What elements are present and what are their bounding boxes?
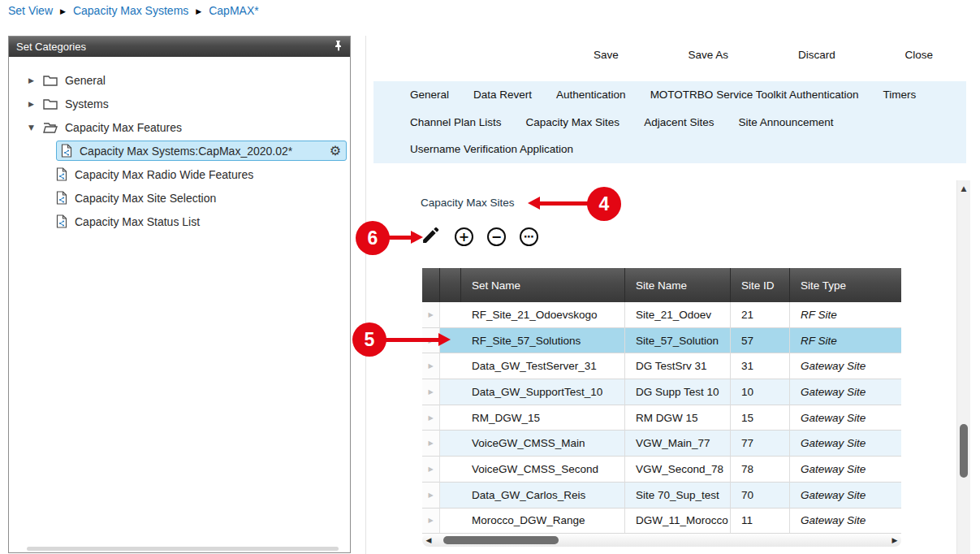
cell-site-id[interactable]: 57 bbox=[731, 328, 790, 354]
discard-button[interactable]: Discard bbox=[798, 49, 835, 61]
cell-set-name[interactable]: Data_GW_SupportTest_10 bbox=[461, 379, 625, 405]
cell-set-name[interactable]: VoiceGW_CMSS_Main bbox=[461, 431, 625, 457]
tab-data-revert[interactable]: Data Revert bbox=[473, 89, 532, 101]
page-vertical-scrollbar[interactable]: ▲ bbox=[956, 180, 970, 554]
cell-site-type[interactable]: Gateway Site bbox=[790, 457, 901, 483]
cell-site-type[interactable]: Gateway Site bbox=[790, 509, 901, 535]
cell-site-id[interactable]: 10 bbox=[731, 379, 790, 405]
cell-site-name[interactable]: Site_57_Solution bbox=[625, 328, 731, 354]
cell-site-name[interactable]: DG Supp Test 10 bbox=[625, 379, 731, 405]
row-indicator-cell[interactable]: ▶ bbox=[422, 483, 440, 509]
tree-selected-item[interactable]: Capacity Max Systems:CapMax_2020.02*⚙ bbox=[56, 141, 347, 161]
tab-site-announcement[interactable]: Site Announcement bbox=[738, 116, 833, 128]
cell-site-name[interactable]: RM DGW 15 bbox=[625, 405, 731, 431]
cell-set-name[interactable]: Morocco_DGW_Range bbox=[461, 509, 625, 535]
cell-site-id[interactable]: 11 bbox=[731, 509, 790, 535]
cell-site-id[interactable]: 70 bbox=[731, 483, 790, 509]
cell-site-id[interactable]: 77 bbox=[731, 431, 790, 457]
chevron-right-icon[interactable]: ▶ bbox=[28, 100, 43, 108]
tab-timers[interactable]: Timers bbox=[883, 89, 916, 101]
tree-item-capacity-max-systems-capmax-2020-02-[interactable]: Capacity Max Systems:CapMax_2020.02*⚙ bbox=[9, 139, 350, 162]
cell-site-name[interactable]: VGW_Main_77 bbox=[625, 431, 731, 457]
remove-site-button[interactable]: − bbox=[487, 227, 506, 246]
tab-username-verification-application[interactable]: Username Verification Application bbox=[410, 143, 573, 155]
table-row[interactable]: ▶Data_GW_Carlos_ReisSite 70_Sup_test70Ga… bbox=[422, 483, 901, 509]
cell-site-id[interactable]: 21 bbox=[731, 302, 790, 328]
tab-general[interactable]: General bbox=[410, 89, 449, 101]
horizontal-scrollbar-thumb[interactable] bbox=[443, 536, 559, 544]
scroll-up-icon[interactable]: ▲ bbox=[957, 184, 970, 193]
tree-item-general[interactable]: ▶General bbox=[9, 68, 350, 92]
tab-channel-plan-lists[interactable]: Channel Plan Lists bbox=[410, 116, 502, 128]
table-row[interactable]: ▶RM_DGW_15RM DGW 1515Gateway Site bbox=[422, 405, 901, 431]
column-header-site-type[interactable]: Site Type bbox=[790, 268, 901, 302]
row-indicator-cell[interactable]: ▶ bbox=[422, 405, 440, 431]
edit-pencil-icon[interactable] bbox=[421, 225, 441, 249]
cell-site-name[interactable]: VGW_Second_78 bbox=[625, 457, 731, 483]
cell-site-id[interactable]: 15 bbox=[731, 405, 790, 431]
cell-site-type[interactable]: RF Site bbox=[790, 328, 901, 354]
cell-site-name[interactable]: DG TestSrv 31 bbox=[625, 353, 731, 379]
tree-item-capacity-max-features[interactable]: ▼Capacity Max Features bbox=[9, 115, 350, 139]
cell-site-name[interactable]: DGW_11_Morocco bbox=[625, 509, 731, 535]
breadcrumb-item-0[interactable]: Set View bbox=[8, 4, 53, 17]
cell-site-id[interactable]: 31 bbox=[731, 353, 790, 379]
column-header-site-name[interactable]: Site Name bbox=[625, 268, 731, 302]
chevron-right-icon[interactable]: ▶ bbox=[28, 76, 43, 84]
add-site-button[interactable]: + bbox=[455, 227, 473, 246]
row-indicator-cell[interactable]: ▶ bbox=[422, 457, 440, 483]
table-row-selected[interactable]: ▶RF_Site_57_SolutionsSite_57_Solution57R… bbox=[422, 328, 901, 354]
table-row[interactable]: ▶Data_GW_TestServer_31DG TestSrv 3131Gat… bbox=[422, 353, 901, 379]
cell-site-name[interactable]: Site 70_Sup_test bbox=[625, 483, 731, 509]
cell-site-type[interactable]: Gateway Site bbox=[790, 379, 901, 405]
cell-site-name[interactable]: Site_21_Odoev bbox=[625, 302, 731, 328]
save-as-button[interactable]: Save As bbox=[689, 49, 729, 61]
vertical-scrollbar-thumb[interactable] bbox=[960, 424, 968, 478]
cell-site-type[interactable]: Gateway Site bbox=[790, 405, 901, 431]
scroll-left-icon[interactable]: ◀ bbox=[422, 536, 435, 544]
cell-set-name[interactable]: RF_Site_57_Solutions bbox=[461, 328, 625, 354]
breadcrumb-item-2[interactable]: CapMAX* bbox=[209, 4, 258, 17]
panel-horizontal-scrollbar[interactable] bbox=[27, 547, 339, 551]
table-row[interactable]: ▶Morocco_DGW_RangeDGW_11_Morocco11Gatewa… bbox=[422, 509, 901, 535]
annotation-circle-6: 6 bbox=[356, 221, 390, 255]
row-indicator-cell[interactable]: ▶ bbox=[422, 353, 440, 379]
table-row[interactable]: ▶VoiceGW_CMSS_SecondVGW_Second_7878Gatew… bbox=[422, 457, 901, 483]
tab-mototrbo-service-toolkit-authentication[interactable]: MOTOTRBO Service Toolkit Authentication bbox=[650, 89, 859, 101]
tree-item-systems[interactable]: ▶Systems bbox=[9, 92, 350, 115]
tab-capacity-max-sites[interactable]: Capacity Max Sites bbox=[526, 116, 620, 128]
chevron-down-icon[interactable]: ▼ bbox=[28, 123, 43, 132]
row-indicator-cell[interactable]: ▶ bbox=[422, 302, 440, 328]
cell-set-name[interactable]: RF_Site_21_Odoevskogo bbox=[461, 302, 625, 328]
breadcrumb-item-1[interactable]: Capacity Max Systems bbox=[73, 4, 188, 17]
table-row[interactable]: ▶Data_GW_SupportTest_10DG Supp Test 1010… bbox=[422, 379, 901, 405]
cell-site-type[interactable]: Gateway Site bbox=[790, 483, 901, 509]
cell-site-type[interactable]: Gateway Site bbox=[790, 353, 901, 379]
row-indicator-cell[interactable]: ▶ bbox=[422, 431, 440, 457]
close-button[interactable]: Close bbox=[904, 49, 933, 61]
tree-item-capacity-max-status-list[interactable]: Capacity Max Status List bbox=[9, 210, 350, 233]
more-options-button[interactable]: ⋯ bbox=[520, 227, 538, 246]
gear-icon[interactable]: ⚙ bbox=[330, 145, 341, 158]
table-horizontal-scrollbar[interactable]: ◀ ▶ bbox=[422, 534, 901, 547]
scroll-right-icon[interactable]: ▶ bbox=[888, 536, 901, 544]
cell-site-id[interactable]: 78 bbox=[731, 457, 790, 483]
cell-set-name[interactable]: Data_GW_Carlos_Reis bbox=[461, 483, 625, 509]
row-indicator-cell[interactable]: ▶ bbox=[422, 509, 440, 535]
table-row[interactable]: ▶RF_Site_21_OdoevskogoSite_21_Odoev21RF … bbox=[422, 302, 901, 328]
cell-site-type[interactable]: RF Site bbox=[790, 302, 901, 328]
tab-authentication[interactable]: Authentication bbox=[556, 89, 626, 101]
pin-icon[interactable] bbox=[334, 40, 343, 54]
column-header-set-name[interactable]: Set Name bbox=[461, 268, 625, 302]
column-header-site-id[interactable]: Site ID bbox=[731, 268, 790, 302]
cell-set-name[interactable]: Data_GW_TestServer_31 bbox=[461, 353, 625, 379]
tree-item-capacity-max-site-selection[interactable]: Capacity Max Site Selection bbox=[9, 186, 350, 210]
table-row[interactable]: ▶VoiceGW_CMSS_MainVGW_Main_7777Gateway S… bbox=[422, 431, 901, 457]
save-button[interactable]: Save bbox=[594, 49, 619, 61]
cell-set-name[interactable]: VoiceGW_CMSS_Second bbox=[461, 457, 625, 483]
cell-site-type[interactable]: Gateway Site bbox=[790, 431, 901, 457]
tab-adjacent-sites[interactable]: Adjacent Sites bbox=[644, 116, 714, 128]
row-indicator-cell[interactable]: ▶ bbox=[422, 379, 440, 405]
tree-item-capacity-max-radio-wide-features[interactable]: Capacity Max Radio Wide Features bbox=[9, 162, 350, 186]
cell-set-name[interactable]: RM_DGW_15 bbox=[461, 405, 625, 431]
